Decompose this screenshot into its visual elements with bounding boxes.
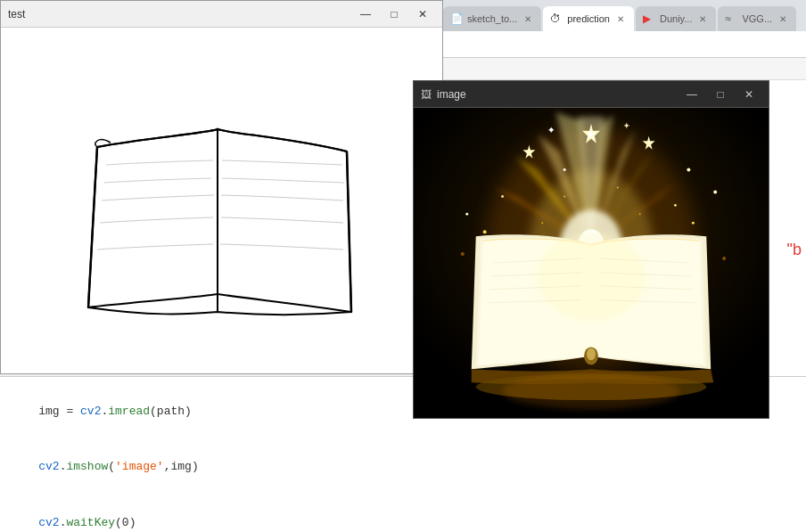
browser-tab-bar: 📄 sketch_to... ✕ ⏱ prediction ✕ ▶ Duniy.… [443,0,806,31]
browser-scrollbar-area [443,58,806,80]
test-window-close[interactable]: ✕ [410,5,435,23]
svg-point-24 [483,230,487,233]
code-cv2-2: cv2 [38,460,59,473]
svg-point-26 [713,190,717,193]
svg-point-23 [674,204,677,207]
tab-duniy-close[interactable]: ✕ [696,12,709,25]
code-string-image: 'image' [115,460,164,473]
test-window-title: test [8,8,346,20]
code-segment-imread: imread [108,405,150,418]
browser-quote-text: "b [787,241,802,259]
code-imshow: imshow [66,460,108,473]
code-line-3: cv2.waitKey(0) [11,495,795,532]
test-window-maximize[interactable]: □ [382,5,407,23]
svg-point-32 [563,195,565,197]
tab-vgg[interactable]: ≈ VGG... ✕ [718,6,796,31]
image-window-minimize[interactable]: — [679,86,704,103]
tab-prediction-icon: ⏱ [550,12,563,25]
image-content [414,108,769,418]
test-window-content [1,28,442,373]
tab-sketch-label: sketch_to... [467,13,517,24]
svg-point-40 [538,232,644,320]
book-sketch [53,76,391,325]
tab-prediction[interactable]: ⏱ prediction ✕ [543,6,634,31]
svg-point-34 [541,222,543,224]
code-segment-path: (path) [150,405,192,418]
image-window-controls: — □ ✕ [679,86,761,103]
code-cv2-3: cv2 [38,516,59,529]
code-paren-open-2: ( [108,460,115,473]
tab-prediction-label: prediction [567,13,610,24]
image-window-title: image [437,88,674,101]
svg-point-21 [687,168,690,172]
svg-point-39 [461,252,465,256]
image-window-titlebar: 🖼 image — □ ✕ [414,81,769,108]
image-window-maximize[interactable]: □ [708,86,733,103]
code-segment-img: img = [38,405,80,418]
tab-vgg-icon: ≈ [725,12,737,25]
svg-point-35 [639,213,641,215]
code-waitkey: waitKey [66,516,115,529]
svg-point-22 [501,195,504,198]
tab-duniy[interactable]: ▶ Duniy... ✕ [636,6,716,31]
code-comma-2: ,img) [164,460,199,473]
svg-point-27 [465,213,468,216]
tab-sketch[interactable]: 📄 sketch_to... ✕ [443,6,541,31]
code-segment-cv2-1: cv2 [80,405,101,418]
tab-duniy-icon: ▶ [643,12,655,25]
tab-sketch-close[interactable]: ✕ [522,12,534,25]
svg-point-38 [722,257,726,260]
test-window: test — □ ✕ [0,0,443,374]
tab-vgg-label: VGG... [742,13,772,24]
tab-duniy-label: Duniy... [660,13,692,24]
image-window: 🖼 image — □ ✕ [413,80,769,419]
test-window-titlebar: test — □ ✕ [1,1,442,28]
tab-vgg-close[interactable]: ✕ [777,12,789,25]
image-window-close[interactable]: ✕ [736,86,761,103]
test-window-controls: — □ ✕ [353,5,435,23]
svg-point-25 [692,222,695,225]
code-line-2: cv2.imshow('image',img) [11,439,795,495]
svg-point-20 [563,168,566,171]
image-window-icon: 🖼 [421,88,432,101]
magic-book-svg [414,108,769,418]
browser-address-area [443,31,806,58]
tab-sketch-icon: 📄 [450,12,463,25]
test-window-minimize[interactable]: — [353,5,378,23]
svg-point-50 [587,348,596,360]
svg-point-53 [503,373,680,409]
code-paren-3: (0) [115,516,136,529]
svg-point-33 [617,186,619,188]
tab-prediction-close[interactable]: ✕ [614,12,627,25]
